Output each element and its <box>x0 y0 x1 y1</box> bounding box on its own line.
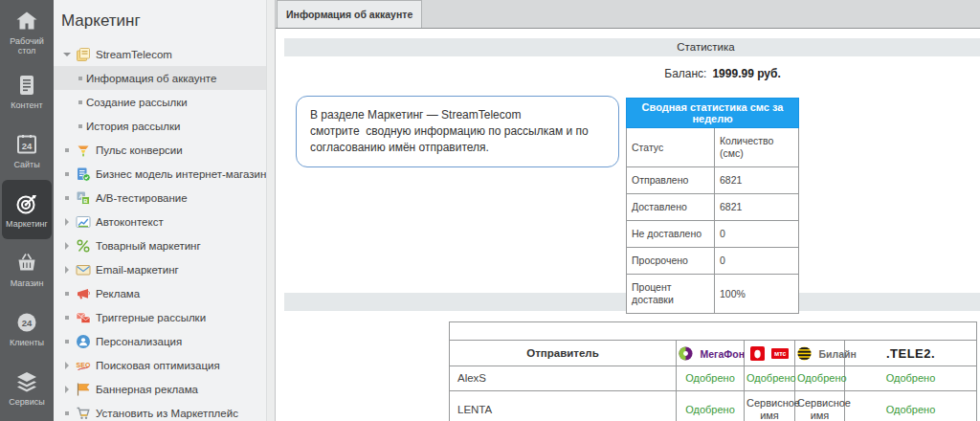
sms-count-cell: Количество (смс) <box>715 128 799 167</box>
rail-item-sites[interactable]: 24 Сайты <box>2 121 52 180</box>
operator-name-beeline: Билайн <box>818 348 856 360</box>
balance-label: Баланс: <box>664 67 706 80</box>
sms-count-cell: 6821 <box>715 167 799 194</box>
sms-table-title: Сводная статистика смс за неделю <box>627 99 799 128</box>
clients-24-icon: 24 <box>14 310 39 335</box>
sms-stats-table: Сводная статистика смс за неделю Статус … <box>626 98 799 314</box>
sidebar-item-seo[interactable]: SEO Поисковая оптимизация <box>54 353 275 377</box>
rail-item-marketing[interactable]: Маркетинг <box>2 180 52 239</box>
status-cell: Одобрено <box>845 366 977 391</box>
business-model-icon <box>76 166 91 182</box>
sidebar-item-banner-ads[interactable]: Баннерная реклама <box>54 377 275 401</box>
funnel-icon <box>76 143 91 158</box>
sms-status-cell: Отправлено <box>627 167 715 194</box>
balance-value: 1999.99 руб. <box>712 67 780 80</box>
chevron-right-icon <box>61 362 73 369</box>
trigger-mail-icon <box>76 310 91 325</box>
sms-status-cell: Процент доставки <box>627 275 715 314</box>
email-envelope-icon <box>76 262 91 277</box>
seo-icon: SEO <box>76 358 91 373</box>
status-cell: Сервисное имя <box>745 391 795 421</box>
left-rail: Рабочий стол Контент 24 Сайты Маркетинг … <box>0 0 54 421</box>
statistics-section: В разделе Маркетинг — StreamTelecom смот… <box>276 56 980 283</box>
sms-table-row: Отправлено 6821 <box>627 167 799 194</box>
sidebar-item-install-marketplace[interactable]: Установить из Маркетплейс <box>54 401 275 421</box>
sidebar-item-email-marketing[interactable]: Email-маркетинг <box>54 257 275 281</box>
personalization-icon <box>76 334 91 349</box>
mts-logo-icon <box>750 346 765 361</box>
sms-status-cell: Просрочено <box>627 248 715 275</box>
sidebar-item-conversion-pulse[interactable]: Пульс конверсии <box>54 138 275 162</box>
sidebar-title: Маркетинг <box>54 0 275 42</box>
cart-icon <box>76 406 91 421</box>
operator-status-row: AlexS ОдобреноОдобреноОдобреноОдобрено <box>450 366 977 391</box>
svg-text:24: 24 <box>22 317 33 327</box>
rail-item-clients[interactable]: 24 Клиенты <box>2 299 52 358</box>
bullet-icon <box>75 124 86 128</box>
svg-text:24: 24 <box>22 140 33 150</box>
sidebar-item-personalization[interactable]: Персонализация <box>54 329 275 353</box>
operator-column-beeline: Билайн <box>795 341 845 366</box>
sidebar-item-business-model[interactable]: Бизнес модель интернет-магазина <box>54 162 275 186</box>
sms-status-cell: Не доставлено <box>627 221 715 248</box>
status-cell: Одобрено <box>677 391 745 421</box>
chevron-down-icon <box>61 49 73 60</box>
sms-table-row: Не доставлено 0 <box>627 221 799 248</box>
megafon-logo-icon <box>679 346 693 361</box>
sidebar-item-account-info[interactable]: Информация об аккаунте <box>54 66 275 90</box>
status-cell: Одобрено <box>745 366 795 391</box>
tab-account-info[interactable]: Информация об аккаунте <box>277 0 422 28</box>
bullet-icon <box>61 148 73 152</box>
autocontext-chart-icon <box>76 214 91 230</box>
rail-item-desktop[interactable]: Рабочий стол <box>2 2 52 61</box>
beeline-logo-icon <box>797 346 812 361</box>
sidebar-item-trigger-mailings[interactable]: Триггерные рассылки <box>54 305 275 329</box>
megaphone-icon <box>76 286 91 301</box>
marketing-sidebar: Маркетинг StreamTelecom Информация об ак… <box>54 0 276 421</box>
services-layers-icon <box>14 369 39 394</box>
bullet-icon <box>75 77 86 80</box>
sidebar-item-create-mailing[interactable]: Создание рассылки <box>54 90 275 114</box>
sms-status-cell: Доставлено <box>627 194 715 221</box>
sidebar-item-advertising[interactable]: Реклама <box>54 281 275 305</box>
sms-table-row: Процент доставки 100% <box>627 275 799 314</box>
chevron-right-icon <box>61 266 73 274</box>
rail-item-services[interactable]: Сервисы <box>2 358 52 417</box>
percent-icon <box>76 238 91 254</box>
bullet-icon <box>75 100 86 104</box>
sidebar-item-stream-telecom[interactable]: StreamTelecom <box>54 42 275 66</box>
chevron-right-icon <box>61 386 73 393</box>
marketing-target-icon <box>14 191 39 216</box>
chevron-right-icon <box>61 218 73 226</box>
balance-row: Баланс:1999.99 руб. <box>620 67 825 80</box>
section-header-statistics: Статистика <box>284 38 980 56</box>
ab-test-icon: AB <box>76 190 91 206</box>
status-cell: Одобрено <box>845 391 977 421</box>
sidebar-item-ab-testing[interactable]: AB А/В-тестирование <box>54 186 275 210</box>
operator-name-megafon: МегаФон <box>700 348 745 360</box>
operator-column-megafon: МегаФон <box>677 341 745 366</box>
bullet-icon <box>61 340 73 343</box>
rail-item-store[interactable]: Магазин <box>2 239 52 299</box>
content-icon <box>14 73 39 98</box>
sms-table-row: Просрочено 0 <box>627 248 799 275</box>
operator-table-title: Статусы по операторам <box>450 322 977 341</box>
sms-count-cell: 6821 <box>715 194 799 221</box>
home-icon <box>14 9 39 33</box>
status-cell: Одобрено <box>677 366 745 391</box>
sidebar-item-mailing-history[interactable]: История рассылки <box>54 114 275 138</box>
sites-24-icon: 24 <box>14 132 39 157</box>
info-callout: В разделе Маркетинг — StreamTelecom смот… <box>296 96 619 167</box>
operator-status-row: LENTA ОдобреноСервисное имяСервисное имя… <box>450 391 977 421</box>
sidebar-item-product-marketing[interactable]: Товарный маркетинг <box>54 233 275 257</box>
sms-count-cell: 100% <box>715 275 799 314</box>
operator-status-table: Статусы по операторам Отправитель МегаФо… <box>449 321 977 421</box>
rail-item-content[interactable]: Контент <box>2 61 52 121</box>
bullet-icon <box>61 172 73 176</box>
sidebar-item-autocontext[interactable]: Автоконтекст <box>54 210 275 233</box>
main-content: Информация об аккаунте Статистика В разд… <box>276 0 980 421</box>
folder-copy-icon <box>76 47 91 62</box>
svg-text:B: B <box>83 197 88 203</box>
bullet-icon <box>61 316 73 320</box>
sms-count-cell: 0 <box>715 248 799 275</box>
